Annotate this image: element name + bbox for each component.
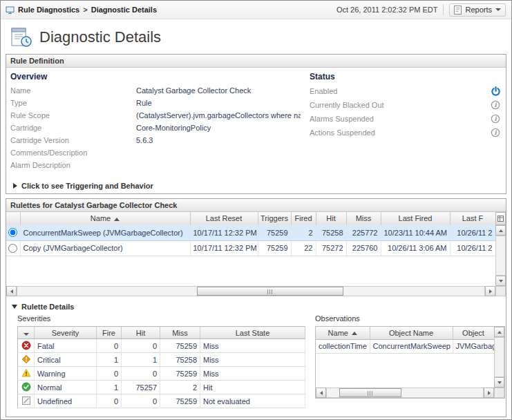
rulette-radio[interactable] <box>8 228 17 237</box>
scroll-up-button[interactable] <box>495 225 506 236</box>
observations-title: Observations <box>315 314 505 325</box>
breadcrumb-rule-diagnostics[interactable]: Rule Diagnostics <box>18 6 79 14</box>
cell-miss: 75259 <box>160 367 200 381</box>
rulette-row[interactable]: ConcurrentMarkSweep (JVMGarbageCollector… <box>6 225 495 240</box>
field-value: 5.6.3 <box>136 134 153 146</box>
observations-horizontal-scrollbar[interactable] <box>316 388 494 398</box>
column-header-hit[interactable]: Hit <box>316 212 346 225</box>
reports-button[interactable]: Reports <box>449 3 506 17</box>
chevron-right-icon <box>13 183 17 189</box>
field-label: Cartridge <box>10 122 136 134</box>
column-header-miss[interactable]: Miss <box>346 212 381 225</box>
cell-last-state: Miss <box>200 339 305 353</box>
field-row: Alarm Description <box>10 159 301 171</box>
cell-miss: 75258 <box>160 353 200 367</box>
severity-row[interactable]: Critical 1 1 75258 Miss <box>18 353 305 367</box>
severity-filter-header[interactable] <box>18 327 35 339</box>
horizontal-scroll-track[interactable] <box>326 388 484 398</box>
rulettes-panel-title: Rulettes for Catalyst Garbage Collector … <box>6 199 506 212</box>
status-title: Status <box>310 72 502 83</box>
cell-hit: 0 <box>122 339 160 353</box>
warning-icon <box>21 368 31 378</box>
info-icon: i <box>491 114 502 124</box>
scrollbar-corner <box>494 388 504 398</box>
column-header-fire[interactable]: Fire <box>97 327 122 339</box>
cell-object-name: ConcurrentMarkSweep <box>370 339 453 353</box>
vertical-scroll-track[interactable] <box>495 236 506 276</box>
cell-hit: 0 <box>122 367 160 381</box>
rulettes-vertical-scrollbar[interactable] <box>495 225 506 286</box>
column-chooser-button[interactable] <box>495 212 506 225</box>
rule-diagnostics-icon <box>6 6 15 15</box>
scroll-down-button[interactable] <box>494 377 504 388</box>
column-header-triggers[interactable]: Triggers <box>258 212 291 225</box>
observations-table: Name Object Name Object collectionTime C… <box>316 327 495 354</box>
fatal-icon <box>21 341 31 350</box>
svg-text:i: i <box>494 102 497 108</box>
status-row: Actions Suspended i <box>310 126 502 140</box>
rulette-radio[interactable] <box>8 244 17 253</box>
rulette-row[interactable]: Copy (JVMGarbageCollector) 10/17/11 12:3… <box>6 240 495 256</box>
column-header-object-name[interactable]: Object Name <box>370 327 453 339</box>
observation-row[interactable]: collectionTime ConcurrentMarkSweep JVMGa… <box>316 339 494 353</box>
scroll-down-button[interactable] <box>495 276 506 286</box>
cell-severity: Warning <box>35 367 97 381</box>
column-header-hit[interactable]: Hit <box>122 327 160 339</box>
field-label: Rule Scope <box>10 109 136 122</box>
column-header-last-fired[interactable]: Last Fired <box>381 212 450 225</box>
cell-last-fired: 10/23/11 10:44 AM <box>381 225 450 240</box>
breadcrumb: Rule Diagnostics > Diagnostic Details <box>6 6 157 15</box>
column-header-fired[interactable]: Fired <box>291 212 316 225</box>
column-header-name[interactable]: Name <box>316 327 370 339</box>
diagnostic-details-page: Rule Diagnostics > Diagnostic Details Oc… <box>0 0 512 420</box>
cell-last-state: Not evaluated <box>200 394 305 408</box>
triggering-behavior-expander[interactable]: Click to see Triggering and Behavior <box>13 180 153 192</box>
rulettes-header-table: Name Last Reset Triggers Fired Hit Miss … <box>6 212 496 226</box>
cell-hit: 1 <box>122 353 160 367</box>
cell-name: ConcurrentMarkSweep (JVMGarbageCollector… <box>20 225 190 240</box>
column-header-object[interactable]: Object <box>453 327 494 339</box>
topbar-right: Oct 26, 2011 2:02:32 PM EDT Reports <box>336 3 506 17</box>
column-header-miss[interactable]: Miss <box>160 327 200 339</box>
cell-hit: 0 <box>122 394 160 408</box>
filter-icon <box>23 333 29 336</box>
reports-label: Reports <box>465 6 492 14</box>
status-row: Currently Blacked Out i <box>310 98 502 112</box>
rulettes-table-region: Name Last Reset Triggers Fired Hit Miss … <box>6 212 506 296</box>
horizontal-scroll-thumb[interactable] <box>339 388 401 397</box>
column-header-last-reset[interactable]: Last Reset <box>190 212 258 225</box>
scroll-right-button[interactable] <box>484 388 494 398</box>
power-icon[interactable] <box>491 86 502 97</box>
severity-row[interactable]: Normal 1 75257 2 Hit <box>18 381 305 394</box>
column-header-severity[interactable]: Severity <box>35 327 97 339</box>
cell-severity: Fatal <box>35 339 97 353</box>
breadcrumb-separator: > <box>83 6 87 14</box>
vertical-scroll-track[interactable] <box>494 337 504 377</box>
column-header-last-state[interactable]: Last State <box>200 327 305 339</box>
column-header-name[interactable]: Name <box>20 212 190 225</box>
horizontal-scroll-thumb[interactable] <box>197 287 343 296</box>
scroll-left-button[interactable] <box>316 388 326 398</box>
rulettes-horizontal-scrollbar[interactable] <box>6 286 495 296</box>
column-header-last-hit[interactable]: Last F <box>450 212 495 225</box>
scroll-right-button[interactable] <box>485 286 495 296</box>
observations-vertical-scrollbar[interactable] <box>494 327 504 388</box>
severity-row[interactable]: Warning 0 0 75259 Miss <box>18 367 305 381</box>
status-label: Currently Blacked Out <box>310 98 491 112</box>
field-label: Alarm Description <box>10 159 136 171</box>
field-row: Rule Scope(CatalystServer).jvm.garbageCo… <box>10 109 301 122</box>
page-header: Diagnostic Details <box>1 19 511 54</box>
svg-text:i: i <box>494 129 497 136</box>
breadcrumb-current: Diagnostic Details <box>91 6 157 14</box>
cell-fired: 2 <box>291 225 316 240</box>
cell-fired: 22 <box>291 240 316 256</box>
severity-row[interactable]: Fatal 0 0 75259 Miss <box>18 339 305 353</box>
scroll-up-button[interactable] <box>494 327 504 337</box>
status-label: Alarms Suspended <box>310 112 491 126</box>
horizontal-scroll-track[interactable] <box>17 286 485 296</box>
timestamp: Oct 26, 2011 2:02:32 PM EDT <box>336 6 438 14</box>
scroll-left-button[interactable] <box>6 286 17 296</box>
status-label: Actions Suspended <box>310 126 491 140</box>
rulette-details-header[interactable]: Rulette Details <box>6 300 506 313</box>
severity-row[interactable]: Undefined 0 0 75259 Not evaluated <box>18 394 305 408</box>
